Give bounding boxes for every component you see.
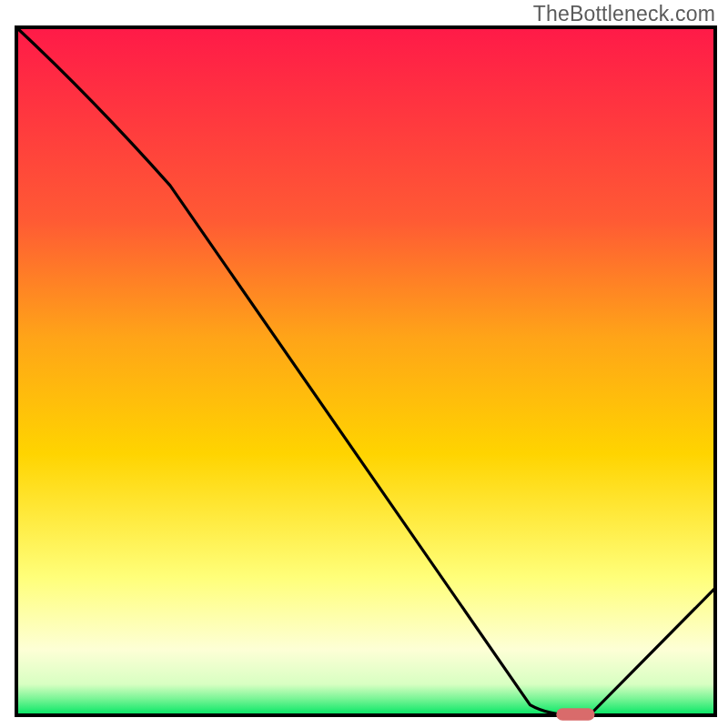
chart-stage: TheBottleneck.com [0, 0, 728, 728]
watermark-text: TheBottleneck.com [533, 2, 715, 26]
bottleneck-chart [0, 0, 728, 728]
optimal-point-marker [556, 708, 594, 721]
